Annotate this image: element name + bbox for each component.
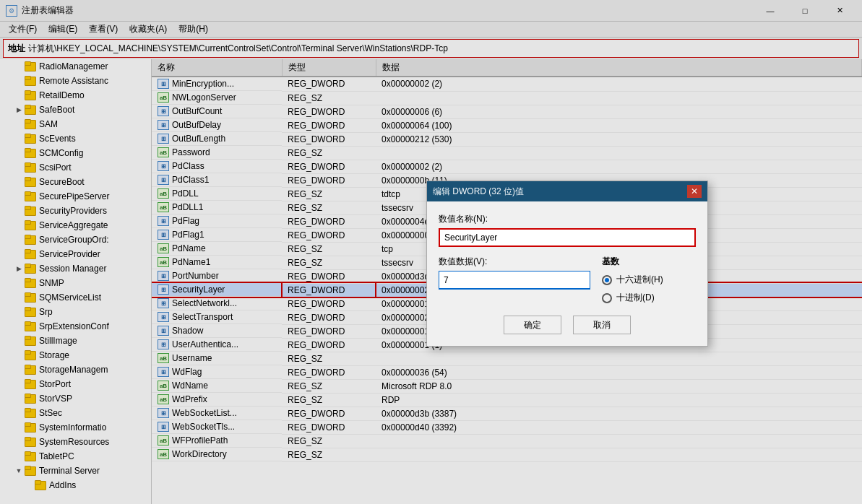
dialog-row: 数值数据(V): 基数 十六进制(H) 十进制(D) [439, 256, 696, 304]
radio-hex-label: 十六进制(H) [616, 274, 663, 286]
dialog-close-button[interactable]: ✕ [687, 185, 702, 198]
edit-dword-dialog: 编辑 DWORD (32 位)值 ✕ 数值名称(N): 数值数据(V): 基数 … [426, 181, 708, 347]
dialog-body: 数值名称(N): 数值数据(V): 基数 十六进制(H) [427, 201, 707, 346]
name-label: 数值名称(N): [439, 213, 696, 225]
dialog-right: 基数 十六进制(H) 十进制(D) [602, 256, 696, 304]
dialog-buttons: 确定 取消 [439, 316, 696, 334]
radio-hex[interactable]: 十六进制(H) [602, 274, 696, 286]
dialog-title-text: 编辑 DWORD (32 位)值 [433, 186, 687, 198]
radio-decimal-circle [602, 293, 612, 303]
data-input[interactable] [439, 271, 590, 290]
radio-group: 十六进制(H) 十进制(D) [602, 274, 696, 304]
dialog-title-bar: 编辑 DWORD (32 位)值 ✕ [427, 181, 707, 201]
radio-decimal-label: 十进制(D) [616, 292, 655, 304]
cancel-button[interactable]: 取消 [573, 316, 631, 334]
data-label: 数值数据(V): [439, 256, 590, 268]
dialog-left: 数值数据(V): [439, 256, 590, 290]
base-label: 基数 [602, 256, 696, 268]
dialog-overlay: 编辑 DWORD (32 位)值 ✕ 数值名称(N): 数值数据(V): 基数 … [0, 0, 862, 504]
name-input[interactable] [439, 228, 696, 247]
ok-button[interactable]: 确定 [504, 316, 561, 334]
radio-decimal[interactable]: 十进制(D) [602, 292, 696, 304]
radio-hex-circle [602, 275, 612, 285]
